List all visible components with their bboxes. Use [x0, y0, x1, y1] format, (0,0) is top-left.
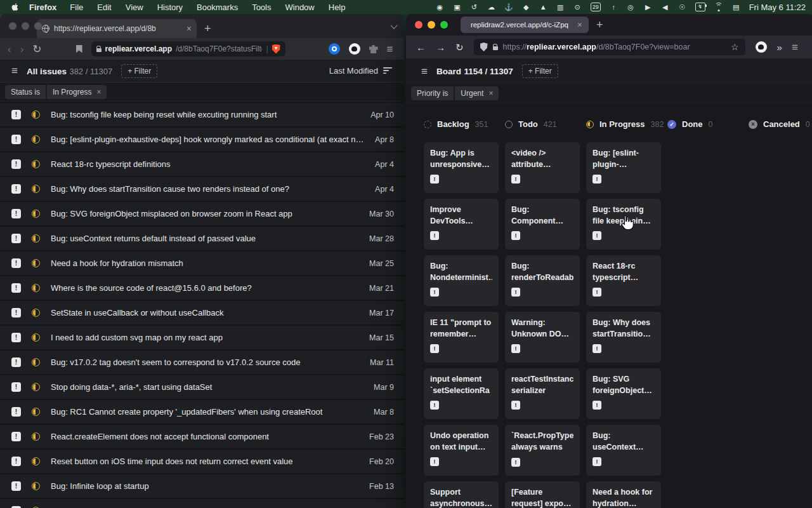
calendar-icon[interactable]: 29	[591, 3, 601, 11]
bookmark-star-icon[interactable]: ☆	[731, 42, 739, 52]
reload-button[interactable]: ↻	[455, 43, 464, 52]
issue-row[interactable]: ! SetState in useCallback or without use…	[0, 301, 404, 324]
tab-close-icon[interactable]: ×	[187, 24, 192, 33]
kanban-card[interactable]: Bug: SVG foreignObject… !	[586, 368, 661, 419]
sidebar-menu-icon[interactable]: ≡	[11, 65, 18, 76]
menubar-menu-item[interactable]: Help	[329, 3, 346, 12]
onepassword-icon[interactable]: ⊙	[573, 3, 582, 11]
cloud-icon[interactable]: ☁	[487, 3, 495, 11]
sort-control[interactable]: Last Modified	[329, 66, 393, 76]
kanban-card[interactable]: IE 11 "prompt to remember… !	[424, 312, 499, 363]
back-button[interactable]: ←	[416, 43, 426, 52]
remove-filter-icon[interactable]: ×	[488, 90, 493, 97]
add-filter-button[interactable]: + Filter	[121, 64, 157, 78]
menubar-menu-item[interactable]: View	[126, 3, 143, 12]
minimize-window-button[interactable]	[22, 22, 29, 30]
browser-menu-icon[interactable]: ≡	[387, 44, 393, 55]
close-window-button[interactable]	[9, 22, 16, 30]
kanban-card[interactable]: <video /> attribute… !	[505, 142, 580, 193]
menubar-menu-item[interactable]: History	[157, 3, 183, 12]
issue-row[interactable]: ! Bug: RC1 Cannot create property '_upda…	[0, 400, 404, 424]
control-center-icon[interactable]: ▤	[732, 3, 740, 11]
shield-app-icon[interactable]: ▲	[539, 3, 547, 11]
docker-icon[interactable]: ⚓	[504, 3, 513, 11]
camera-icon[interactable]: ▣	[453, 3, 461, 11]
share-icon[interactable]: ↑	[610, 3, 618, 11]
screen-record-icon[interactable]: ◉	[436, 3, 444, 11]
menubar-menu-item[interactable]: File	[70, 3, 83, 12]
window-layout-icon[interactable]: ▥	[556, 3, 565, 11]
kanban-card[interactable]: React 18-rc typescript… !	[586, 255, 661, 306]
filter-field-chip[interactable]: Status is	[5, 85, 46, 99]
github-extension-icon[interactable]	[349, 43, 360, 55]
menubar-clock[interactable]: Fri May 6 11:22	[749, 3, 806, 12]
url-bar[interactable]: https://repliear.vercel.app/d/8bTaoq7F0e…	[474, 39, 745, 55]
kanban-card[interactable]: Support asynchronous… !	[424, 481, 499, 508]
reload-button[interactable]: ↻	[32, 44, 41, 55]
tracking-protection-shield-icon[interactable]	[480, 43, 488, 51]
kanban-card[interactable]: Undo operation on text input… !	[424, 425, 499, 476]
kanban-card[interactable]: Bug: Component… !	[505, 199, 580, 250]
new-tab-button[interactable]: +	[204, 22, 211, 38]
menubar-menu-item[interactable]: Bookmarks	[197, 3, 238, 12]
issue-row[interactable]: ! Bug: SVG foreignObject misplaced on br…	[0, 202, 404, 225]
kanban-card[interactable]: Bug: Nondeterminist… !	[424, 255, 499, 306]
close-window-button[interactable]	[415, 21, 422, 29]
onepassword-extension-icon[interactable]	[329, 43, 340, 55]
power-icon[interactable]: ◎	[627, 3, 635, 11]
kanban-card[interactable]: input element `setSelectionRa !	[424, 368, 499, 419]
apple-menu-icon[interactable]	[6, 3, 23, 11]
new-tab-button[interactable]: +	[596, 18, 603, 32]
kanban-card[interactable]: Improve DevTools… !	[424, 199, 499, 250]
filter-field-chip[interactable]: Priority is	[411, 86, 454, 100]
filter-value-chip[interactable]: In Progress ×	[47, 85, 107, 99]
kanban-card[interactable]: Bug: useContext… !	[586, 425, 661, 476]
issue-row[interactable]: ! Where is the source code of react@15.6…	[0, 276, 404, 300]
kanban-card[interactable]: Bug: [eslint-plugin-… !	[586, 142, 661, 193]
volume-icon[interactable]: ◀	[661, 3, 669, 11]
menubar-menu-item[interactable]: Window	[285, 3, 315, 12]
browser-menu-icon[interactable]: ≡	[792, 42, 798, 53]
kanban-card[interactable]: Bug: tsconfig file keep bein… !	[586, 199, 661, 250]
kanban-card[interactable]: reactTestInstance serializer !	[505, 368, 580, 419]
dropbox-icon[interactable]: ◆	[522, 3, 530, 11]
kanban-card[interactable]: Warning: Unknown DO… !	[505, 312, 580, 363]
kanban-card[interactable]: Need a hook for hydration… !	[586, 481, 661, 508]
wifi-icon[interactable]	[714, 3, 723, 11]
kanban-card[interactable]: `React.PropType always warns ab !	[505, 425, 580, 476]
overflow-menu-icon[interactable]: »	[777, 42, 782, 53]
siri-icon[interactable]: ☉	[678, 3, 686, 11]
issue-row[interactable]: ! Bug: Infinite loop at startup Feb 13	[0, 474, 404, 498]
brave-shield-icon[interactable]	[272, 44, 280, 54]
minimize-window-button[interactable]	[428, 21, 435, 29]
extensions-puzzle-icon[interactable]	[369, 44, 378, 53]
tab-close-icon[interactable]: ×	[577, 20, 582, 29]
issue-row[interactable]: ! Bug: v17.0.2 tag doesn't seem to corre…	[0, 351, 404, 374]
issue-row[interactable]: ! React.createElement does not accept fu…	[0, 425, 404, 448]
issue-row[interactable]: ! Stop doing data-*, aria-*, start using…	[0, 375, 404, 399]
left-browser-tab[interactable]: https://repliear.vercel.app/d/8b ×	[37, 19, 197, 38]
issue-row[interactable]: ! Bug: Why does startTransition cause tw…	[0, 177, 404, 201]
zoom-window-button[interactable]	[440, 21, 448, 29]
sidebar-menu-icon[interactable]: ≡	[421, 66, 428, 77]
url-bar[interactable]: repliear.vercel.app /d/8bTaoq7F0e?status…	[91, 41, 285, 57]
kanban-card[interactable]: Bug: renderToReadab !	[505, 255, 580, 306]
issue-row[interactable]: ! [DevTools Bug] Unsupported Bridge oper…	[0, 499, 404, 508]
remove-filter-icon[interactable]: ×	[96, 88, 101, 96]
add-filter-button[interactable]: + Filter	[522, 64, 558, 78]
issue-row[interactable]: ! Bug: [eslint-plugin-exhaustive-deps] h…	[0, 128, 404, 151]
extension-icon[interactable]	[756, 41, 767, 53]
battery-icon[interactable]: ↯	[695, 3, 705, 11]
play-icon[interactable]: ▶	[644, 3, 652, 11]
issue-row[interactable]: ! Bug: tsconfig file keep being reset wh…	[0, 103, 404, 126]
bookmark-icon[interactable]	[76, 45, 82, 53]
issue-row[interactable]: ! React 18-rc typescript definitions Apr…	[0, 152, 404, 176]
right-browser-tab[interactable]: replidraw2.vercel.app/d/c-iZpq ×	[461, 17, 589, 33]
kanban-card[interactable]: Bug: App is unresponsive… !	[424, 142, 499, 193]
issue-row[interactable]: ! I need to add custom svg map on my rea…	[0, 326, 404, 349]
issue-row[interactable]: ! Reset button on iOS time input does no…	[0, 450, 404, 473]
filter-value-chip[interactable]: Urgent ×	[455, 86, 499, 100]
kanban-card[interactable]: [Feature request] expo… !	[505, 481, 580, 508]
sync-icon[interactable]: ↺	[470, 3, 478, 11]
zoom-window-button[interactable]	[34, 22, 42, 30]
